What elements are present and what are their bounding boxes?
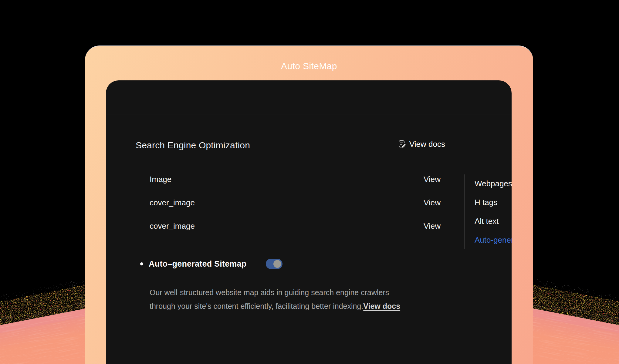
description-line1: Our well-structured website map aids in … — [150, 288, 389, 297]
page-background: Auto SiteMap Search Engine Optimization … — [0, 0, 619, 364]
side-menu-item-webpages[interactable]: Webpages — [475, 174, 512, 193]
sitemap-toggle-label: Auto–generated Sitemap — [149, 259, 246, 269]
view-link[interactable]: View — [424, 221, 441, 231]
sitemap-toggle-switch[interactable] — [266, 259, 282, 269]
bullet-icon — [140, 262, 143, 265]
view-docs-link[interactable]: View docs — [398, 139, 445, 150]
card-title: Auto SiteMap — [85, 61, 533, 72]
image-row: cover_image View — [150, 191, 441, 214]
image-name: cover_image — [150, 198, 195, 207]
image-list: Image View cover_image View cover_image … — [150, 168, 441, 238]
view-link[interactable]: View — [424, 175, 441, 184]
side-menu: Webpages H tags Alt text Auto-generated … — [475, 174, 512, 249]
image-row: cover_image View — [150, 214, 441, 238]
seo-settings-panel: Search Engine Optimization View docs Ima… — [106, 80, 512, 364]
section-heading: Search Engine Optimization — [136, 140, 250, 151]
side-menu-divider — [464, 174, 465, 249]
view-docs-label: View docs — [409, 139, 445, 150]
image-name: cover_image — [150, 221, 195, 231]
sitemap-description: Our well-structured website map aids in … — [150, 286, 456, 313]
panel-border-horizontal — [106, 114, 512, 114]
side-menu-item-alt-text[interactable]: Alt text — [475, 212, 512, 231]
image-name: Image — [150, 175, 171, 184]
sitemap-toggle-row: Auto–generated Sitemap — [140, 258, 282, 270]
auto-sitemap-card: Auto SiteMap Search Engine Optimization … — [85, 46, 533, 364]
document-edit-icon — [398, 140, 406, 148]
description-line2: through your site's content efficiently,… — [150, 302, 363, 310]
image-row: Image View — [150, 168, 441, 191]
description-view-docs-link[interactable]: View docs — [363, 302, 400, 310]
view-link[interactable]: View — [424, 198, 441, 207]
side-menu-item-h-tags[interactable]: H tags — [475, 193, 512, 212]
side-menu-item-auto-generated-sitemap[interactable]: Auto-generated Sitemap — [475, 231, 512, 249]
toggle-knob-icon — [273, 260, 281, 268]
panel-border-vertical — [115, 114, 115, 364]
